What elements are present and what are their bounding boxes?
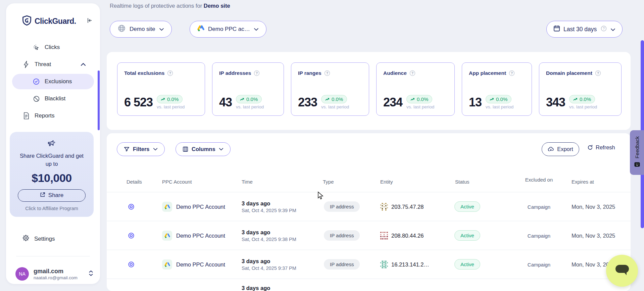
- date-range-selector[interactable]: Last 30 days ?: [546, 21, 623, 38]
- filters-button[interactable]: Filters: [117, 142, 165, 156]
- refresh-button[interactable]: Refresh: [587, 144, 615, 151]
- sidebar-item-threat[interactable]: Threat: [12, 57, 94, 72]
- expires-at-value: Mon, Nov 3, 2025: [572, 204, 615, 210]
- eye-icon: [128, 261, 135, 268]
- google-ads-icon: [162, 202, 172, 212]
- stat-title: App placement: [469, 70, 506, 76]
- stat-title: Total exclusions: [124, 70, 164, 76]
- user-email: naatali.ro@gmail.com: [34, 275, 78, 280]
- stat-caption: vs. last period: [406, 104, 434, 109]
- feedback-tab[interactable]: Feedback: [630, 130, 644, 175]
- trend-up-icon: [325, 98, 330, 101]
- divider: [16, 256, 90, 256]
- export-button[interactable]: Export: [542, 142, 579, 156]
- columns-button-label: Columns: [192, 146, 215, 152]
- brand-name: ClickGuard.: [35, 17, 76, 26]
- sidebar-scrollbar[interactable]: [98, 70, 100, 130]
- avatar: NA: [15, 267, 29, 281]
- sidebar-item-reports[interactable]: Reports: [12, 108, 94, 124]
- stat-title: IP addresses: [219, 70, 251, 76]
- share-button[interactable]: Share: [18, 189, 86, 202]
- stat-card-app-placement: App placement? 13 0.0% vs. last period: [462, 62, 532, 116]
- clickguard-logo-icon: [22, 15, 32, 27]
- feedback-label: Feedback: [634, 136, 640, 158]
- svg-text:?: ?: [411, 71, 413, 75]
- type-badge: IP address: [324, 230, 360, 241]
- filter-icon: [124, 146, 130, 152]
- cloud-download-icon: [548, 146, 554, 152]
- stat-value: 43: [219, 95, 232, 109]
- stat-card-ip-addresses: IP addresses? 43 0.0% vs. last period: [212, 62, 284, 116]
- status-badge: Active: [454, 201, 480, 212]
- feedback-smiley-icon: [634, 162, 640, 169]
- chat-button[interactable]: [606, 255, 638, 287]
- stat-caption: vs. last period: [236, 104, 264, 109]
- sidebar-collapse-icon[interactable]: [87, 17, 93, 25]
- badge-check-icon: [32, 78, 40, 85]
- sidebar-item-clicks[interactable]: Clicks: [12, 40, 94, 55]
- sidebar-item-settings[interactable]: Settings: [22, 234, 55, 243]
- type-badge: IP address: [324, 259, 360, 270]
- table-row[interactable]: 3 days ago: [107, 279, 631, 291]
- svg-text:?: ?: [511, 71, 513, 75]
- trend-up-icon: [410, 98, 415, 101]
- chevron-down-icon: [254, 26, 259, 33]
- col-account: PPC Account: [162, 179, 192, 185]
- sidebar-item-exclusions[interactable]: Exclusions: [12, 74, 94, 89]
- site-selector[interactable]: Demo site: [110, 21, 172, 38]
- stat-value: 13: [469, 95, 482, 109]
- stat-caption: vs. last period: [569, 104, 597, 109]
- document-icon: [22, 112, 30, 119]
- eye-icon: [128, 203, 135, 210]
- eye-icon: [128, 232, 135, 239]
- stat-caption: vs. last period: [486, 104, 513, 109]
- refresh-button-label: Refresh: [596, 144, 615, 151]
- stat-caption: vs. last period: [157, 104, 185, 109]
- stat-delta: 0.0%: [417, 96, 428, 102]
- stat-card-audience: Audience? 234 0.0% vs. last period: [376, 62, 455, 116]
- globe-icon: [117, 24, 126, 34]
- promo-text: Share ClickGuard and get up to: [10, 152, 94, 168]
- columns-icon: [183, 146, 188, 152]
- account-switcher[interactable]: NA gmail.com naatali.ro@gmail.com: [15, 267, 93, 281]
- ip-identicon: [380, 261, 388, 269]
- col-status: Status: [455, 179, 469, 185]
- stat-delta: 0.0%: [332, 96, 343, 102]
- help-circle-icon: ?: [595, 70, 601, 76]
- help-circle-icon: ?: [509, 70, 515, 76]
- sidebar-item-blacklist[interactable]: Blacklist: [12, 91, 94, 106]
- ppc-account-name: Demo PPC Account: [176, 204, 225, 210]
- site-selector-value: Demo site: [130, 26, 155, 33]
- excluded-on-value: Campaign: [519, 262, 558, 268]
- view-details-button[interactable]: [128, 232, 135, 239]
- columns-button[interactable]: Columns: [176, 142, 231, 156]
- expires-at-value: Mon, Nov 3, 2025: [572, 233, 615, 239]
- stat-delta: 0.0%: [246, 96, 258, 102]
- stat-title: Domain placement: [546, 70, 592, 76]
- trend-up-icon: [240, 98, 245, 101]
- export-button-label: Export: [557, 146, 573, 152]
- stats-panel: Total exclusions? 6 523 0.0% vs. last pe…: [107, 52, 631, 130]
- time-relative: 3 days ago: [242, 200, 296, 207]
- table-row[interactable]: Demo PPC Account 3 days agoSat, Oct 4, 2…: [107, 250, 631, 279]
- table-row[interactable]: Demo PPC Account 3 days agoSat, Oct 4, 2…: [107, 221, 631, 250]
- ppc-account-selector[interactable]: Demo PPC ac…: [190, 21, 266, 38]
- prohibit-icon: [32, 95, 40, 102]
- stat-caption: vs. last period: [321, 104, 349, 109]
- stat-title: Audience: [383, 70, 407, 76]
- svg-text:?: ?: [256, 71, 258, 75]
- megaphone-icon: [47, 143, 57, 149]
- external-link-icon: [40, 192, 45, 199]
- stat-card-ip-ranges: IP ranges? 233 0.0% vs. last period: [291, 62, 369, 116]
- table-row[interactable]: Demo PPC Account 3 days agoSat, Oct 4, 2…: [107, 192, 631, 221]
- chat-bubble-icon: [614, 264, 630, 278]
- gear-icon: [22, 234, 30, 243]
- help-circle-icon: ?: [167, 70, 173, 76]
- view-details-button[interactable]: [128, 261, 135, 268]
- affiliate-promo-card[interactable]: Share ClickGuard and get up to $10,000 S…: [10, 132, 94, 217]
- trend-up-icon: [161, 98, 165, 101]
- trend-up-icon: [573, 98, 578, 101]
- excluded-on-value: Campaign: [519, 233, 558, 239]
- sidebar: ClickGuard. Clicks Threat Exclusions: [6, 3, 100, 284]
- view-details-button[interactable]: [128, 203, 135, 210]
